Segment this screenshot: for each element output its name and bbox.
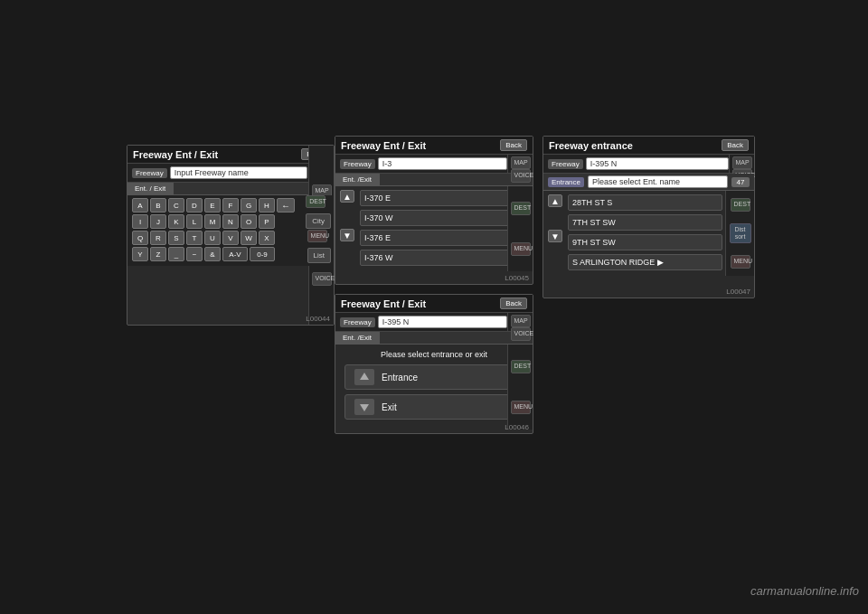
entrance-tab-row: Entrance Please select Ent. name 47 (543, 174, 754, 191)
freeway-label-3: Freeway (340, 317, 375, 327)
dest-btn-3[interactable]: DEST (511, 360, 531, 373)
freeway-label-2: Freeway (340, 159, 375, 169)
scroll-down-2[interactable]: ▼ (340, 229, 354, 241)
menu-btn-1[interactable]: MENU (307, 230, 327, 242)
scroll-up-2[interactable]: ▲ (340, 190, 354, 203)
key-Y[interactable]: Y (132, 247, 148, 261)
tab-row-1: Ent. / Exit (127, 183, 334, 195)
key-J[interactable]: J (150, 214, 166, 229)
menu-btn-3[interactable]: MENU (511, 401, 531, 413)
key-Q[interactable]: Q (132, 231, 148, 245)
tab-ent-exit-3[interactable]: Ent. /Exit (335, 332, 380, 344)
list-item-text-3: I-376 E (364, 233, 524, 242)
key-Z[interactable]: Z (150, 247, 166, 261)
side-buttons-4: MAP VOICE (729, 155, 754, 173)
key-W[interactable]: W (241, 231, 257, 245)
key-row-1: A B C D E F G H ← DEST City (132, 198, 329, 213)
key-A[interactable]: A (132, 198, 148, 213)
key-K[interactable]: K (168, 214, 184, 229)
back-button-3[interactable]: Back (500, 298, 527, 309)
key-P[interactable]: P (259, 214, 275, 229)
key-D[interactable]: D (186, 198, 203, 213)
exit-label: Exit (382, 402, 397, 412)
key-I[interactable]: I (132, 214, 148, 229)
list-btn[interactable]: List (307, 248, 331, 263)
scroll-up-4[interactable]: ▲ (548, 194, 562, 207)
freeway-label-4: Freeway (548, 159, 583, 169)
entrance-item-3[interactable]: 9TH ST SW (568, 234, 722, 250)
screen1-code: L00044 (306, 315, 330, 323)
exit-button[interactable]: Exit (344, 394, 524, 420)
key-X[interactable]: X (259, 231, 275, 245)
dest-btn-1[interactable]: DEST (306, 195, 326, 208)
key-B[interactable]: B (150, 198, 166, 213)
entrance-list: 28TH ST S 7TH ST SW 9TH ST SW S ARLINGTO… (568, 194, 722, 272)
dest-btn-2[interactable]: DEST (511, 202, 531, 214)
key-av[interactable]: A-V (222, 247, 248, 261)
map-btn-4[interactable]: MAP (732, 156, 752, 169)
freeway-value-3[interactable]: I-395 N (378, 316, 507, 328)
voice-btn-1[interactable]: VOICE (312, 272, 332, 285)
title-bar-4: Freeway entrance Back (543, 137, 754, 155)
key-H[interactable]: H (259, 198, 275, 213)
freeway-label-1: Freeway (132, 168, 167, 178)
key-V[interactable]: V (222, 231, 239, 245)
key-F[interactable]: F (222, 198, 239, 213)
freeway-value-2[interactable]: I-3 (378, 157, 507, 170)
entrance-item-2[interactable]: 7TH ST SW (568, 214, 722, 231)
key-G[interactable]: G (241, 198, 257, 213)
back-button-2[interactable]: Back (500, 139, 527, 151)
input-row-3: Freeway I-395 N 1 MAP VOICE (335, 313, 533, 332)
menu-btn-2[interactable]: MENU (511, 242, 531, 255)
dest-btn-4[interactable]: DEST (731, 198, 750, 211)
entrance-item-1[interactable]: 28TH ST S (568, 194, 722, 211)
key-E[interactable]: E (204, 198, 221, 213)
screen2-code: L00045 (505, 274, 529, 282)
city-btn[interactable]: City (306, 213, 331, 229)
entrance-item-text-2: 7TH ST SW (572, 218, 718, 227)
key-S[interactable]: S (168, 231, 184, 245)
list-item-2[interactable]: I-370 W (360, 210, 528, 226)
key-L[interactable]: L (186, 214, 203, 229)
screen-freeway-entrance: Freeway entrance Back Freeway I-395 N 1 … (542, 136, 755, 298)
menu-btn-4[interactable]: MENU (731, 255, 750, 268)
key-M[interactable]: M (204, 214, 221, 229)
key-ampersand[interactable]: & (204, 247, 221, 261)
screen-keyboard: Freeway Ent / Exit Back Freeway Input Fr… (127, 145, 335, 326)
key-U[interactable]: U (204, 231, 221, 245)
key-O[interactable]: O (241, 214, 257, 229)
screen4-code: L00047 (726, 288, 750, 296)
side-buttons-2b: DEST MENU (507, 186, 533, 271)
input-row-2: Freeway I-3 9 MAP VOICE (335, 155, 533, 174)
exit-icon (354, 399, 374, 415)
screen2-title: Freeway Ent / Exit (341, 140, 426, 151)
title-bar-1: Freeway Ent / Exit Back (127, 146, 334, 164)
entrance-item-4[interactable]: S ARLINGTON RIDGE ▶ (568, 254, 722, 270)
scroll-down-4[interactable]: ▼ (548, 230, 562, 242)
key-backspace[interactable]: ← (277, 198, 295, 213)
voice-btn-3[interactable]: VOICE (511, 327, 531, 340)
key-minus[interactable]: − (186, 247, 203, 261)
ee-container: Please select entrance or exit Entrance … (335, 345, 533, 430)
entrance-tab-label[interactable]: Entrance (548, 177, 584, 187)
tab-ent-exit-1[interactable]: Ent. / Exit (127, 183, 174, 194)
key-T[interactable]: T (186, 231, 203, 245)
key-R[interactable]: R (150, 231, 166, 245)
key-C[interactable]: C (168, 198, 184, 213)
tab-ent-exit-2[interactable]: Ent. /Exit (335, 174, 380, 185)
back-button-4[interactable]: Back (722, 139, 749, 151)
list-item-4[interactable]: I-376 W (360, 250, 528, 266)
key-N[interactable]: N (222, 214, 239, 229)
freeway-value-4[interactable]: I-395 N (586, 157, 729, 170)
list-item-text-1: I-370 E (364, 194, 524, 203)
map-btn-3[interactable]: MAP (511, 315, 531, 327)
entrance-button[interactable]: Entrance (344, 364, 524, 390)
key-09[interactable]: 0-9 (250, 247, 275, 261)
dist-sort-btn[interactable]: Dist sort (730, 223, 751, 244)
list-item-1[interactable]: I-370 E (360, 190, 528, 206)
key-underscore[interactable]: _ (168, 247, 184, 261)
voice-btn-2[interactable]: VOICE (511, 169, 531, 182)
freeway-input-1[interactable]: Input Freeway name (170, 166, 307, 179)
list-item-3[interactable]: I-376 E (360, 230, 528, 246)
map-btn-2[interactable]: MAP (511, 156, 531, 169)
